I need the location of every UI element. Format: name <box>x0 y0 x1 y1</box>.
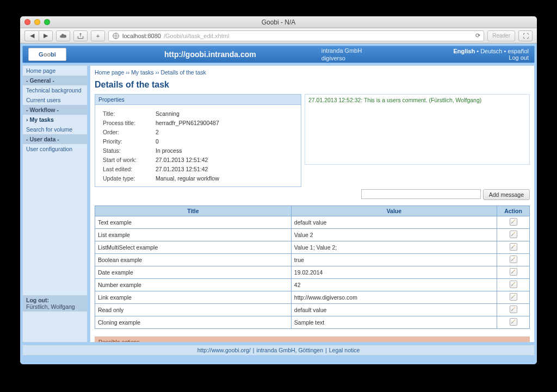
cell-value: 19.02.2014 <box>291 266 497 279</box>
prop-key: Status: <box>101 146 152 154</box>
cell-title: Number example <box>95 279 292 291</box>
cell-title: Text example <box>95 216 292 229</box>
browser-toolbar: ◀ ▶ + localhost:8080/Goobi/ui/task_edit.… <box>20 28 537 43</box>
table-row: Text exampledefault value <box>95 216 530 229</box>
fullscreen-button[interactable]: ⛶ <box>518 30 533 41</box>
cell-title: Read only <box>95 304 292 316</box>
prop-value: 27.01.2013 12:51:42 <box>153 165 221 173</box>
col-title: Title <box>95 206 292 216</box>
edit-icon[interactable] <box>510 218 517 226</box>
nav-user-config[interactable]: User configuration <box>23 144 87 154</box>
add-message-input[interactable] <box>361 189 481 199</box>
logout-link[interactable]: Log out <box>453 54 529 61</box>
properties-heading: Properties <box>95 95 301 105</box>
nav-my-tasks[interactable]: › My tasks <box>23 115 87 125</box>
footer-legal[interactable]: Legal notice <box>329 347 360 353</box>
edit-icon[interactable] <box>510 256 517 263</box>
cell-value: default value <box>291 304 497 316</box>
edit-icon[interactable] <box>510 268 517 276</box>
comment-timestamp: 27.01.2013 12:52:32: <box>308 97 362 103</box>
main-content: Home page ›› My tasks ›› Details of the … <box>90 65 535 343</box>
cell-title: ListMultiSelect example <box>95 241 292 254</box>
bc-details: Details of the task <box>160 69 206 76</box>
edit-icon[interactable] <box>510 281 517 288</box>
prop-value: 0 <box>153 137 221 145</box>
page-title: Details of the task <box>95 80 530 90</box>
properties-table: Title:ScanningProcess title:herradfr_PPN… <box>100 108 222 183</box>
reader-button[interactable]: Reader <box>487 30 515 41</box>
footer: http://www.goobi.org/ | intranda GmbH, G… <box>22 345 535 356</box>
share-icon <box>77 32 84 40</box>
add-button[interactable]: + <box>91 30 105 41</box>
table-row: Date example19.02.2014 <box>95 266 530 279</box>
goobi-logo[interactable]: Goobi <box>28 48 66 61</box>
cell-title: List example <box>95 229 292 241</box>
prop-key: Update type: <box>101 174 152 182</box>
prop-key: Title: <box>101 109 152 117</box>
sidebar: Home page - General - Technical backgrou… <box>22 65 88 343</box>
cell-value: Value 1; Value 2; <box>291 241 497 254</box>
table-row: Read onlydefault value <box>95 304 530 316</box>
footer-intranda[interactable]: intranda GmbH, Göttingen <box>256 347 323 353</box>
icloud-button[interactable] <box>56 30 70 41</box>
prop-value: 27.01.2013 12:51:42 <box>153 155 221 164</box>
table-row: List exampleValue 2 <box>95 229 530 241</box>
cell-value: Sample text <box>291 316 497 329</box>
forward-button[interactable]: ▶ <box>39 30 53 41</box>
prop-key: Process title: <box>101 119 152 127</box>
lang-espanol[interactable]: español <box>508 48 529 54</box>
table-row: Boolean exampletrue <box>95 254 530 266</box>
edit-icon[interactable] <box>510 306 517 313</box>
edit-icon[interactable] <box>510 293 517 301</box>
prop-value: herradfr_PPN612900487 <box>153 119 221 127</box>
comment-text: This is a users comment. (Fürstlich, Wol… <box>362 97 481 103</box>
possible-actions-heading: Possible actions <box>95 337 529 343</box>
prop-key: Last edited: <box>101 165 152 173</box>
table-row: ListMultiSelect exampleValue 1; Value 2; <box>95 241 530 254</box>
col-value: Value <box>291 206 497 216</box>
window-titlebar: Goobi - N/A <box>20 16 537 28</box>
cell-value: true <box>291 254 497 266</box>
footer-goobi-link[interactable]: http://www.goobi.org/ <box>197 347 251 353</box>
logout-panel[interactable]: Log out:Fürstlich, Wolfgang <box>23 295 87 312</box>
cell-value: http://www.digiverso.com <box>291 291 497 304</box>
nav-current-users[interactable]: Current users <box>23 95 87 105</box>
url-bar[interactable]: localhost:8080/Goobi/ui/task_edit.xhtml … <box>108 30 484 41</box>
back-button[interactable]: ◀ <box>24 30 39 41</box>
add-message-button[interactable]: Add message <box>483 189 530 200</box>
table-row: Link examplehttp://www.digiverso.com <box>95 291 530 304</box>
comment-box: 27.01.2013 12:52:32: This is a users com… <box>305 94 530 165</box>
nav-group-general: - General - <box>23 76 87 85</box>
window-title: Goobi - N/A <box>20 18 537 26</box>
table-row: Cloning exampleSample text <box>95 316 530 329</box>
cell-value: Value 2 <box>291 229 497 241</box>
cloud-icon <box>59 32 67 40</box>
prop-key: Priority: <box>101 137 152 145</box>
prop-value: Manual, regular workflow <box>153 174 221 182</box>
cell-title: Cloning example <box>95 316 292 329</box>
edit-icon[interactable] <box>510 243 517 251</box>
bc-home[interactable]: Home page <box>95 69 124 76</box>
prop-value: In process <box>153 146 221 154</box>
nav-home[interactable]: Home page <box>23 66 87 76</box>
nav-technical-background[interactable]: Technical background <box>23 85 87 95</box>
properties-grid: Title Value Action Text exampledefault v… <box>95 206 530 329</box>
url-path: /Goobi/ui/task_edit.xhtml <box>164 33 229 39</box>
cell-title: Boolean example <box>95 254 292 266</box>
reload-icon[interactable]: ⟳ <box>475 32 480 39</box>
share-button[interactable] <box>73 30 88 41</box>
lang-deutsch[interactable]: Deutsch <box>480 48 502 54</box>
nav-group-userdata: - User data - <box>23 134 87 144</box>
edit-icon[interactable] <box>510 318 517 326</box>
col-action: Action <box>497 206 530 216</box>
breadcrumb: Home page ›› My tasks ›› Details of the … <box>95 69 530 76</box>
cell-title: Date example <box>95 266 292 279</box>
lang-english[interactable]: English <box>453 48 475 54</box>
bc-my-tasks[interactable]: My tasks <box>131 69 153 76</box>
prop-value: Scanning <box>153 109 221 117</box>
app-header: Goobi http://goobi.intranda.com intranda… <box>22 46 535 63</box>
edit-icon[interactable] <box>510 231 517 238</box>
cell-value: 42 <box>291 279 497 291</box>
header-url[interactable]: http://goobi.intranda.com <box>164 50 256 59</box>
nav-search-volume[interactable]: Search for volume <box>23 125 87 134</box>
